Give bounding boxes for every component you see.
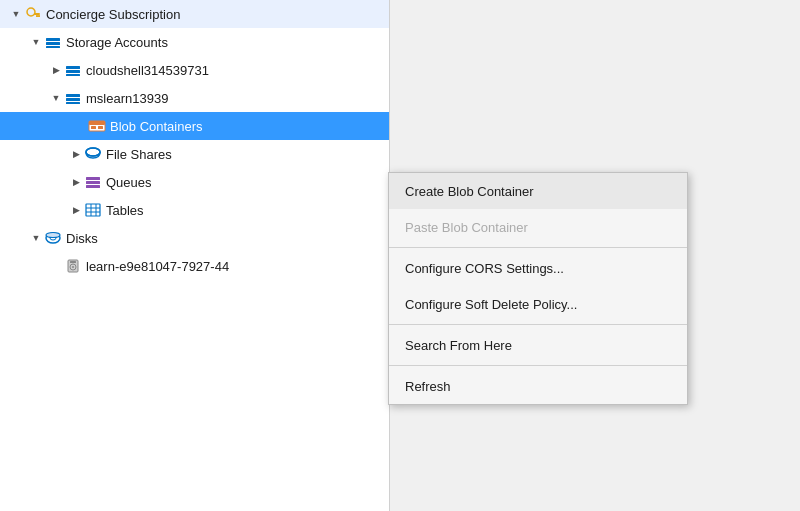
cloudshell-label: cloudshell314539731	[86, 63, 209, 78]
paste-blob-container-label: Paste Blob Container	[405, 220, 528, 235]
menu-item-configure-soft-delete[interactable]: Configure Soft Delete Policy...	[389, 286, 687, 322]
svg-rect-16	[98, 126, 103, 129]
disk-item-label: learn-e9e81047-7927-44	[86, 259, 229, 274]
chevron-disks-icon	[28, 230, 44, 246]
sidebar-item-disks[interactable]: Disks	[0, 224, 389, 252]
configure-soft-delete-label: Configure Soft Delete Policy...	[405, 297, 577, 312]
svg-rect-21	[86, 185, 100, 188]
svg-rect-2	[38, 15, 40, 17]
sidebar-item-queues[interactable]: Queues	[0, 168, 389, 196]
menu-item-refresh[interactable]: Refresh	[389, 368, 687, 404]
svg-rect-22	[86, 204, 100, 216]
disks-label: Disks	[66, 231, 98, 246]
chevron-queues-icon	[68, 174, 84, 190]
svg-rect-20	[86, 181, 100, 184]
menu-separator-1	[389, 247, 687, 248]
svg-point-18	[86, 148, 100, 156]
menu-item-search-from-here[interactable]: Search From Here	[389, 327, 687, 363]
subscription-label: Concierge Subscription	[46, 7, 180, 22]
menu-separator-3	[389, 365, 687, 366]
svg-rect-19	[86, 177, 100, 180]
sidebar-item-cloudshell[interactable]: cloudshell314539731	[0, 56, 389, 84]
configure-cors-label: Configure CORS Settings...	[405, 261, 564, 276]
queues-icon	[84, 173, 102, 191]
tree-panel: Concierge Subscription Storage Accounts …	[0, 0, 390, 511]
sidebar-item-blob-containers[interactable]: Blob Containers	[0, 112, 389, 140]
chevron-tables-icon	[68, 202, 84, 218]
svg-rect-11	[66, 98, 80, 101]
chevron-file-shares-icon	[68, 146, 84, 162]
tables-icon	[84, 201, 102, 219]
sidebar-item-storage-accounts[interactable]: Storage Accounts	[0, 28, 389, 56]
svg-rect-7	[66, 66, 80, 69]
sidebar-item-subscription[interactable]: Concierge Subscription	[0, 0, 389, 28]
svg-rect-1	[34, 13, 40, 15]
mslearn-label: mslearn13939	[86, 91, 168, 106]
svg-point-29	[46, 233, 60, 238]
search-from-here-label: Search From Here	[405, 338, 512, 353]
blob-containers-icon	[88, 117, 106, 135]
svg-rect-15	[91, 126, 96, 129]
svg-rect-9	[66, 74, 80, 76]
svg-point-0	[27, 8, 35, 16]
sidebar-item-mslearn[interactable]: mslearn13939	[0, 84, 389, 112]
chevron-storage-icon	[28, 34, 44, 50]
context-menu: Create Blob Container Paste Blob Contain…	[388, 172, 688, 405]
svg-rect-14	[89, 121, 105, 125]
svg-point-32	[72, 266, 74, 268]
svg-rect-12	[66, 102, 80, 104]
chevron-disk-item-icon	[48, 258, 64, 274]
menu-separator-2	[389, 324, 687, 325]
menu-item-create-blob-container[interactable]: Create Blob Container	[389, 173, 687, 209]
create-blob-container-label: Create Blob Container	[405, 184, 534, 199]
svg-rect-3	[36, 15, 38, 17]
blob-containers-label: Blob Containers	[110, 119, 203, 134]
svg-rect-5	[46, 42, 60, 45]
file-shares-label: File Shares	[106, 147, 172, 162]
menu-item-configure-cors[interactable]: Configure CORS Settings...	[389, 250, 687, 286]
storage-accounts-label: Storage Accounts	[66, 35, 168, 50]
sidebar-item-disk-item[interactable]: learn-e9e81047-7927-44	[0, 252, 389, 280]
queues-label: Queues	[106, 175, 152, 190]
chevron-subscription-icon	[8, 6, 24, 22]
chevron-cloudshell-icon	[48, 62, 64, 78]
svg-rect-4	[46, 38, 60, 41]
storage-accounts-icon	[44, 33, 62, 51]
refresh-label: Refresh	[405, 379, 451, 394]
sidebar-item-file-shares[interactable]: File Shares	[0, 140, 389, 168]
disk-item-icon	[64, 257, 82, 275]
mslearn-icon	[64, 89, 82, 107]
tables-label: Tables	[106, 203, 144, 218]
sidebar-item-tables[interactable]: Tables	[0, 196, 389, 224]
cloudshell-icon	[64, 61, 82, 79]
disks-icon	[44, 229, 62, 247]
svg-rect-6	[46, 46, 60, 48]
svg-rect-8	[66, 70, 80, 73]
key-icon	[24, 5, 42, 23]
menu-item-paste-blob-container: Paste Blob Container	[389, 209, 687, 245]
svg-rect-33	[70, 261, 76, 263]
chevron-mslearn-icon	[48, 90, 64, 106]
svg-rect-10	[66, 94, 80, 97]
file-shares-icon	[84, 145, 102, 163]
